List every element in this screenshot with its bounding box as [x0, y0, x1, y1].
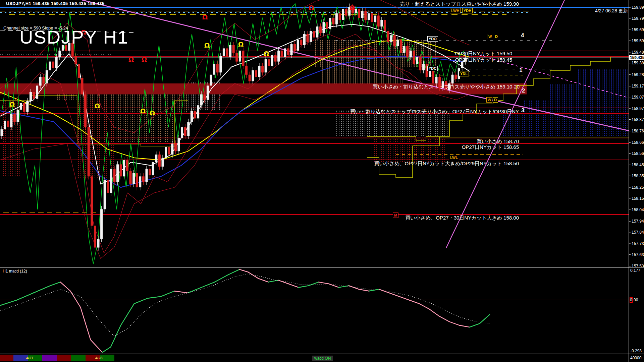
current-price-box: 159.435 — [629, 55, 644, 60]
date-label[interactable]: 4/27 — [26, 356, 33, 360]
axis-tick-label[interactable]: 157.530 — [632, 264, 644, 268]
axis-tick-label[interactable]: 158.870 — [632, 117, 644, 122]
axis-tick-label[interactable]: 158.355 — [632, 174, 644, 178]
macd-zero-marker: 0 — [630, 297, 633, 303]
macd-main-segment — [50, 282, 60, 286]
macd-main-segment — [379, 289, 389, 293]
candle-body — [281, 51, 283, 57]
candle-body — [358, 9, 360, 18]
axis-tick-label[interactable]: 159.795 — [632, 16, 644, 21]
candle-body — [339, 13, 341, 20]
candle-body — [380, 20, 383, 27]
candle-body — [364, 11, 367, 20]
axis-tick-label[interactable]: 159.175 — [632, 84, 644, 88]
candle-body — [181, 127, 183, 138]
axis-tick-label[interactable]: 158.560 — [632, 151, 644, 156]
candle-body — [435, 77, 438, 83]
macd-main-segment — [239, 269, 248, 272]
macd-main-segment — [480, 314, 490, 323]
axis-tick-label[interactable]: 158.150 — [632, 196, 644, 201]
price-annotation: 売り・超えるとストップロス買いやや小さめ 159.90 — [400, 1, 519, 7]
candle-body — [249, 75, 251, 81]
session-block[interactable] — [71, 355, 86, 361]
candle-body — [242, 51, 245, 66]
candle-body — [293, 44, 296, 51]
axis-tick-label[interactable]: 158.045 — [632, 207, 644, 212]
candle-body — [26, 101, 29, 112]
macd-main-segment — [17, 293, 34, 300]
axis-tick-label[interactable]: 157.635 — [632, 252, 644, 257]
session-block[interactable] — [57, 355, 71, 361]
axis-tick-label[interactable]: 158.970 — [632, 106, 644, 111]
candle-body — [146, 169, 148, 182]
axis-tick-label[interactable]: 159.280 — [632, 72, 644, 77]
axis-tick-label[interactable]: 159.075 — [632, 95, 644, 100]
axis-tick-label[interactable]: 159.590 — [632, 39, 644, 43]
session-block[interactable] — [13, 355, 28, 361]
omega-marker: Ω — [204, 42, 210, 49]
candle-body — [396, 40, 399, 46]
candle-body — [7, 121, 9, 127]
axis-tick-label[interactable]: 157.840 — [632, 230, 644, 235]
mt4-chart-window: ΩΩΩΩΩΩΩΩΩΩΩΩΩ4/274/28159.895159.795159.6… — [0, 0, 644, 362]
candle-body — [432, 70, 434, 83]
wacd-status-button[interactable]: wacd ON — [312, 356, 333, 361]
candle-body — [33, 92, 35, 99]
macd-main-segment — [439, 316, 449, 322]
candle-body — [419, 57, 422, 70]
axis-tick-label[interactable]: 158.250 — [632, 185, 644, 190]
candle-body — [416, 57, 418, 64]
wave-number-marker: 4 — [521, 32, 524, 39]
price-annotation: OP27日NYカット 158.65 — [462, 144, 519, 150]
candle-body — [261, 66, 264, 73]
candle-body — [371, 13, 373, 22]
candle-body — [226, 48, 228, 57]
axis-tick-label[interactable]: 157.735 — [632, 241, 644, 246]
price-annotation: 買い・割り込むとストップロス売り小さめ、OP27日NYカット/OP30日NY — [350, 109, 519, 115]
macd-main-segment — [429, 309, 439, 316]
macd-main-segment — [134, 298, 148, 304]
axis-tick-label[interactable]: 158.455 — [632, 163, 644, 167]
candle-body — [403, 46, 406, 53]
candle-body — [155, 155, 157, 162]
symbol-watermark: USDJPY H1 — [19, 26, 128, 48]
axis-tick-label[interactable]: 159.485 — [632, 50, 644, 55]
candle-body — [329, 18, 331, 29]
axis-tick-label[interactable]: 159.690 — [632, 27, 644, 32]
axis-tick-label[interactable]: 158.765 — [632, 129, 644, 133]
macd-main-segment — [70, 291, 80, 307]
chart-canvas[interactable]: ΩΩΩΩΩΩΩΩΩΩΩΩΩ4/274/28159.895159.795159.6… — [0, 0, 644, 362]
candle-body — [149, 169, 151, 175]
level-tag-ydc: YDC — [427, 66, 438, 71]
candle-body — [203, 95, 206, 100]
omega-marker: Ω — [350, 4, 355, 11]
wave-number-marker: 1 — [519, 67, 522, 74]
candle-body — [216, 64, 219, 72]
candle-body — [165, 147, 167, 158]
axis-tick-label[interactable]: 158.660 — [632, 140, 644, 145]
candle-body — [368, 13, 370, 20]
candle-body — [271, 55, 273, 66]
candle-body — [451, 75, 454, 83]
candle-body — [74, 56, 77, 64]
candle-body — [84, 95, 87, 127]
candle-body — [4, 121, 6, 129]
axis-tick-label[interactable]: 159.385 — [632, 61, 644, 65]
axis-tick-label[interactable]: 157.940 — [632, 219, 644, 224]
omega-marker: Ω — [128, 56, 134, 63]
candle-body — [126, 160, 128, 171]
omega-marker: Ω — [142, 56, 147, 63]
axis-tick-label[interactable]: 159.895 — [632, 5, 644, 10]
candle-body — [219, 56, 222, 72]
candle-body — [297, 40, 299, 51]
session-block[interactable] — [42, 355, 57, 361]
level-tag-lwh: LWH — [450, 8, 461, 13]
price-annotation: 買い小さめ、OP27日NYカット大きめ/OP29日NYカット 158.50 — [374, 161, 519, 167]
candle-body — [174, 143, 177, 151]
candle-body — [100, 209, 103, 239]
macd-main-segment — [369, 289, 379, 291]
candle-body — [274, 55, 277, 62]
session-block[interactable] — [0, 355, 13, 361]
price-annotation: 買い小さめ・割り込むとストップロス売りやや小さめ 159.10-20 — [373, 84, 520, 90]
date-label[interactable]: 4/28 — [95, 356, 102, 360]
